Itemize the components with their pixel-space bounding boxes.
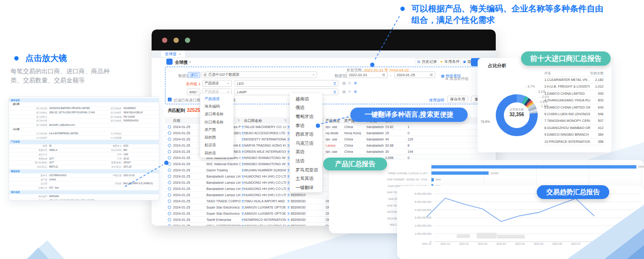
magnifier-icon[interactable] (168, 181, 171, 184)
sort-icon[interactable]: ⇅ (284, 119, 286, 122)
magnifier-icon[interactable] (168, 156, 171, 159)
cell-date: 2024-01-25 (173, 144, 200, 147)
y-tick-label: 5,000,000,000 (404, 200, 431, 203)
keyword-input-2[interactable]: LAMP (235, 89, 338, 95)
history-button[interactable]: ▤ 历史记录 (415, 58, 440, 65)
language-option[interactable]: 越南语 (290, 95, 322, 104)
detail-value-2: 2022-11-30 (123, 174, 157, 177)
magnifier-icon[interactable] (168, 206, 171, 209)
magnifier-icon[interactable] (168, 193, 171, 197)
cell-date: 2024-01-25 (173, 212, 200, 215)
maximize-window-icon[interactable] (185, 38, 190, 43)
tab-global-search[interactable]: 全球搜 × (161, 50, 185, 57)
rank-importer-name: 1.CLEARWATER METAL VN ... (544, 78, 590, 81)
donut-main-percent: 76.8% (480, 120, 490, 123)
save-common-button[interactable]: 保存常用 (447, 96, 468, 103)
field-select-1-value: 产品描述 (204, 81, 219, 86)
remove-condition-icon[interactable]: ⊖ (348, 81, 351, 85)
close-icon[interactable]: × (179, 52, 181, 56)
field-dropdown-option[interactable]: 进口商名称 (200, 110, 234, 118)
magnifier-icon[interactable] (168, 224, 171, 226)
translate-icon[interactable]: 文 (333, 81, 337, 86)
magnifier-icon[interactable] (168, 218, 171, 221)
language-option[interactable]: 俄语 (290, 104, 322, 113)
remove-condition-icon[interactable]: ⊖ (348, 90, 351, 94)
detail-value-1: CHINA (49, 179, 95, 181)
date-to-input[interactable]: 2024-01-25 ▦ (394, 71, 435, 78)
magnifier-icon[interactable] (168, 175, 171, 178)
add-group-button[interactable]: ⊕ 添加条件组 (445, 76, 469, 81)
close-window-icon[interactable] (162, 38, 167, 43)
sort-icon[interactable]: ⇅ (237, 119, 240, 122)
detail-row: 进口商 (9, 102, 159, 107)
rank-row: 2.H.U.B. FREIGHT & LOGISTI... 1,012 (543, 83, 604, 90)
datasource-select[interactable]: 已选中102个数据源 ∨ (206, 71, 317, 78)
cell-date: 2024-01-25 (173, 206, 200, 209)
magnifier-icon[interactable] (168, 138, 171, 141)
magnifier-icon[interactable] (168, 212, 171, 215)
magnifier-icon[interactable] (168, 162, 171, 166)
grid-options-icon[interactable]: ▦ (342, 90, 346, 94)
field-dropdown-option[interactable]: 目的国 (200, 133, 234, 141)
usage-help-link[interactable]: 使用说明 (429, 98, 444, 103)
col-exporter[interactable]: 出口商名称 (244, 119, 262, 123)
add-condition-icon[interactable]: ⊕ (354, 81, 357, 85)
language-option[interactable]: 葡萄牙语 (290, 112, 322, 121)
language-option[interactable]: 一键翻译 (290, 183, 322, 192)
translate-icon[interactable]: 文 (287, 199, 290, 204)
magnifier-icon[interactable] (168, 150, 171, 153)
rank-rows: 1.CLEARWATER METAL VN ... 2,182 2.H.U.B.… (543, 77, 604, 145)
minimize-window-icon[interactable] (174, 38, 179, 43)
cell-importer: Super Star Electronics Limit (206, 212, 241, 215)
cell-amount: 0 (408, 156, 427, 159)
import-toggle[interactable]: 进口 (188, 72, 200, 78)
translate-icon[interactable]: 文 (287, 212, 290, 216)
magnifier-icon[interactable] (168, 169, 171, 172)
detail-label-1: 进口商 (13, 103, 70, 105)
translate-icon[interactable]: 文 (287, 206, 290, 210)
add-condition-icon[interactable]: ⊕ (354, 90, 357, 94)
col-date[interactable]: 日期 (173, 119, 180, 123)
field-dropdown-option[interactable]: 原产国 (200, 126, 234, 133)
col-product[interactable]: 产品描述 (326, 119, 340, 123)
logic-operator-select[interactable]: AND ∨ (187, 89, 200, 95)
magnifier-icon[interactable] (168, 199, 171, 203)
date-from-value: 2022-01-01 (349, 73, 367, 77)
field-dropdown-option[interactable]: 出口商名称 (200, 118, 234, 126)
keyword-input-1[interactable]: LED (235, 80, 338, 87)
common-conditions-button[interactable]: ★ 常用条件 (438, 58, 462, 65)
plus-icon: ⊕ (445, 77, 449, 81)
language-option[interactable]: 罗马尼亚语 (290, 166, 322, 175)
cell-exporter: NEAO ACCESSORIES LTD HK (244, 131, 286, 135)
magnifier-icon[interactable] (168, 144, 171, 147)
language-option[interactable]: 法语 (290, 157, 322, 166)
field-dropdown-menu: 产品描述海关编码进口商名称出口商名称原产国目的国起运港目的港 (200, 94, 234, 158)
language-option[interactable]: 英语 (290, 148, 322, 157)
field-select-1[interactable]: 产品描述 ∨ (202, 80, 232, 87)
chevron-down-icon[interactable]: ∨ (189, 60, 191, 64)
field-dropdown-option[interactable]: 海关编码 (200, 102, 234, 110)
magnifier-icon[interactable] (168, 187, 171, 190)
filter-importers-checkbox[interactable]: ✓ (168, 98, 172, 101)
grid-options-icon[interactable]: ▦ (342, 81, 346, 85)
detail-value-1: ICD - Sea (49, 187, 95, 189)
field-dropdown-option[interactable]: 产品描述 (200, 95, 234, 102)
detail-label-1: 总价(美元) (10, 166, 47, 168)
cell-date: 2024-01-25 (173, 125, 200, 129)
magnifier-icon[interactable] (168, 125, 171, 129)
translate-icon[interactable]: 文 (287, 218, 290, 222)
field-dropdown-option[interactable]: 起运港 (200, 141, 234, 149)
date-from-input[interactable]: 2022-01-01 ▦ (347, 71, 388, 78)
magnifier-icon[interactable] (168, 131, 171, 135)
translate-icon[interactable]: 文 (287, 224, 290, 226)
language-option[interactable]: 泰语 (290, 121, 322, 130)
language-option[interactable]: 乌克兰语 (290, 139, 322, 148)
language-option[interactable]: 土耳其语 (290, 174, 322, 183)
translate-icon[interactable]: 文 (287, 193, 290, 198)
cell-destination: bangladesh (367, 125, 387, 129)
detail-row: 原产国 CHINA (9, 178, 159, 182)
field-dropdown-option[interactable]: 目的港 (200, 149, 234, 157)
rank-trade-count: 643 (598, 106, 603, 109)
language-option[interactable]: 西班牙语 (290, 130, 322, 139)
translate-icon[interactable]: 文 (333, 90, 337, 95)
